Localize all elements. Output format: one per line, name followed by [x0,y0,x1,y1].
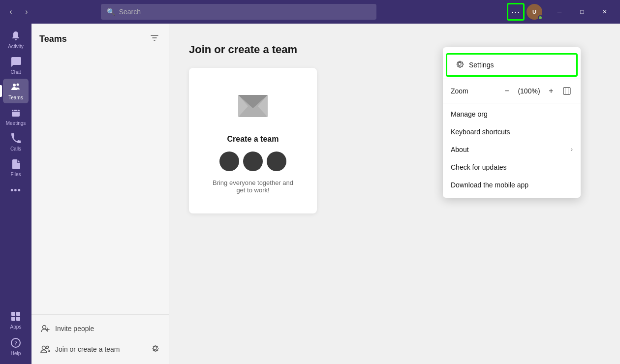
join-create-item[interactable]: Join or create a team [39,338,161,360]
settings-menu-item[interactable]: Settings [446,53,578,77]
sidebar-item-teams[interactable]: Teams [3,79,29,103]
create-team-card[interactable]: Create a team Bring everyone together an… [189,68,317,213]
teams-panel-footer: Invite people Join or create a [31,314,169,364]
status-indicator [538,15,543,20]
zoom-label: Zoom [451,87,497,95]
menu-divider-1 [443,79,581,79]
sidebar-item-chat-label: Chat [10,69,21,75]
help-icon: ? [10,337,21,350]
about-label: About [451,146,469,153]
dropdown-menu: Settings Zoom − (100%) + Manage org [443,47,581,198]
sidebar-item-calls[interactable]: Calls [3,130,29,154]
sidebar-item-teams-label: Teams [8,95,23,100]
manage-org-label: Manage org [451,110,488,118]
svg-point-1 [17,84,19,86]
teams-panel-title: Teams [39,34,67,44]
manage-org-menu-item[interactable]: Manage org [443,105,581,123]
zoom-row: Zoom − (100%) + [443,81,581,101]
check-updates-menu-item[interactable]: Check for updates [443,158,581,176]
sidebar-item-calls-label: Calls [10,146,21,152]
more-icon: ••• [10,186,21,195]
teams-panel-header: Teams [31,24,169,50]
invite-people-label: Invite people [55,325,94,333]
svg-rect-6 [16,317,20,321]
avatar-1 [219,152,239,171]
minimize-button[interactable]: ─ [548,4,571,20]
search-input[interactable] [119,8,371,16]
zoom-fit-button[interactable] [561,85,573,97]
more-options-button[interactable]: ··· [507,3,525,21]
download-mobile-menu-item[interactable]: Download the mobile app [443,176,581,194]
join-create-label: Join or create a team [55,345,120,353]
sidebar-item-apps[interactable]: Apps [3,308,29,333]
avatar-button[interactable]: U [527,4,542,20]
about-menu-item[interactable]: About › [443,141,581,158]
settings-gear-icon [455,60,464,70]
invite-icon [39,323,51,334]
avatar-initials: U [532,9,536,15]
sidebar-item-files-label: Files [10,172,21,177]
teams-icon [10,82,21,94]
settings-label: Settings [469,61,494,69]
teams-filter-button[interactable] [148,31,161,46]
content-area: Join or create a team Create a team Brin… [169,24,620,364]
join-icon [39,343,51,355]
svg-point-11 [46,346,49,349]
menu-divider-2 [443,103,581,103]
nav-buttons: ‹ › [4,5,33,19]
svg-point-0 [13,84,16,87]
invite-people-item[interactable]: Invite people [39,319,161,338]
forward-button[interactable]: › [20,5,33,19]
svg-rect-16 [563,88,570,94]
sidebar-item-apps-label: Apps [10,324,22,330]
apps-icon [10,311,21,323]
titlebar: ‹ › 🔍 ··· U ─ □ ✕ [0,0,620,24]
search-bar[interactable]: 🔍 [101,4,376,20]
keyboard-shortcuts-label: Keyboard shortcuts [451,128,510,136]
create-team-title: Create a team [227,135,279,144]
sidebar-item-files[interactable]: Files [3,155,29,180]
sidebar-item-activity[interactable]: Activity [3,28,29,52]
meetings-icon [10,107,21,120]
svg-rect-2 [12,110,20,117]
sidebar-item-meetings-label: Meetings [6,121,26,126]
zoom-increase-button[interactable]: + [545,85,557,97]
sidebar-item-activity-label: Activity [8,44,24,49]
zoom-decrease-button[interactable]: − [501,85,513,97]
files-icon [10,158,21,171]
activity-icon [10,30,21,43]
download-mobile-label: Download the mobile app [451,181,528,189]
svg-rect-4 [16,312,20,316]
search-icon: 🔍 [107,8,115,16]
sidebar: Activity Chat Teams [0,24,31,364]
chat-icon [10,56,21,68]
check-updates-label: Check for updates [451,163,507,171]
create-team-illustration [233,88,273,127]
keyboard-shortcuts-menu-item[interactable]: Keyboard shortcuts [443,123,581,141]
sidebar-item-meetings[interactable]: Meetings [3,104,29,129]
maximize-button[interactable]: □ [571,4,593,20]
sidebar-bottom: Apps ? Help [3,308,29,360]
sidebar-item-help[interactable]: ? Help [3,334,29,359]
join-create-row: Join or create a team [39,342,161,356]
avatar-2 [243,152,263,171]
main-area: Activity Chat Teams [0,24,620,364]
svg-rect-3 [11,312,15,316]
svg-point-10 [42,346,46,350]
titlebar-actions: ··· U ─ □ ✕ [507,3,616,21]
close-button[interactable]: ✕ [593,4,616,20]
about-chevron-icon: › [571,146,573,153]
zoom-value: (100%) [517,87,541,95]
back-button[interactable]: ‹ [4,5,18,19]
sidebar-item-chat[interactable]: Chat [3,53,29,78]
svg-rect-5 [11,317,15,321]
sidebar-item-more[interactable]: ••• [3,183,29,199]
create-team-description: Bring everyone together and get to work! [209,179,297,194]
calls-icon [10,133,21,145]
svg-text:?: ? [14,340,17,347]
join-create-settings-button[interactable] [149,342,161,356]
svg-point-9 [43,326,46,329]
card-avatars [219,152,286,171]
window-controls: ─ □ ✕ [548,4,616,20]
avatar-3 [267,152,286,171]
